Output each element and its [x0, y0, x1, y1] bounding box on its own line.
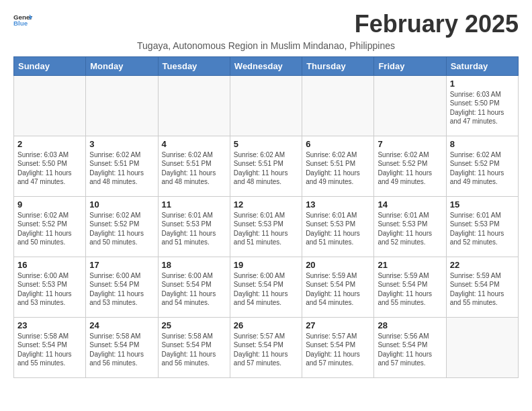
day-cell: 21Sunrise: 5:59 AM Sunset: 5:54 PM Dayli…	[374, 257, 446, 317]
day-number: 21	[378, 260, 442, 270]
day-number: 27	[306, 320, 370, 330]
day-info: Sunrise: 6:01 AM Sunset: 5:53 PM Dayligh…	[234, 211, 298, 247]
day-number: 6	[306, 139, 370, 149]
day-info: Sunrise: 6:01 AM Sunset: 5:53 PM Dayligh…	[306, 211, 370, 247]
subtitle: Tugaya, Autonomous Region in Muslim Mind…	[13, 40, 519, 51]
day-cell: 1Sunrise: 6:03 AM Sunset: 5:50 PM Daylig…	[446, 75, 518, 136]
header-saturday: Saturday	[446, 56, 518, 75]
day-info: Sunrise: 6:03 AM Sunset: 5:50 PM Dayligh…	[450, 90, 515, 126]
day-info: Sunrise: 5:58 AM Sunset: 5:54 PM Dayligh…	[89, 332, 154, 368]
day-cell: 18Sunrise: 6:00 AM Sunset: 5:54 PM Dayli…	[158, 257, 230, 317]
day-cell	[230, 75, 302, 136]
day-cell: 20Sunrise: 5:59 AM Sunset: 5:54 PM Dayli…	[302, 257, 374, 317]
day-cell: 11Sunrise: 6:01 AM Sunset: 5:53 PM Dayli…	[158, 196, 230, 257]
day-number: 5	[234, 139, 298, 149]
day-cell: 8Sunrise: 6:02 AM Sunset: 5:52 PM Daylig…	[446, 136, 518, 196]
day-number: 22	[450, 260, 515, 270]
day-cell: 4Sunrise: 6:02 AM Sunset: 5:51 PM Daylig…	[158, 136, 230, 196]
day-info: Sunrise: 5:57 AM Sunset: 5:54 PM Dayligh…	[234, 332, 298, 368]
day-info: Sunrise: 6:00 AM Sunset: 5:54 PM Dayligh…	[89, 271, 154, 308]
logo: General Blue	[13, 11, 32, 30]
day-number: 7	[378, 139, 442, 149]
day-cell: 14Sunrise: 6:01 AM Sunset: 5:53 PM Dayli…	[374, 196, 446, 257]
day-info: Sunrise: 6:00 AM Sunset: 5:53 PM Dayligh…	[17, 271, 82, 308]
day-info: Sunrise: 6:02 AM Sunset: 5:52 PM Dayligh…	[89, 211, 154, 247]
day-info: Sunrise: 6:00 AM Sunset: 5:54 PM Dayligh…	[162, 271, 226, 308]
day-number: 19	[234, 260, 298, 270]
day-cell: 9Sunrise: 6:02 AM Sunset: 5:52 PM Daylig…	[14, 196, 86, 257]
day-info: Sunrise: 6:02 AM Sunset: 5:52 PM Dayligh…	[378, 150, 442, 187]
page: General Blue February 2025 Tugaya, Auton…	[0, 0, 532, 385]
day-cell: 27Sunrise: 5:57 AM Sunset: 5:54 PM Dayli…	[302, 317, 374, 377]
day-number: 3	[89, 139, 154, 149]
day-cell: 17Sunrise: 6:00 AM Sunset: 5:54 PM Dayli…	[86, 257, 158, 317]
day-number: 14	[378, 199, 442, 210]
day-info: Sunrise: 6:03 AM Sunset: 5:50 PM Dayligh…	[17, 150, 82, 187]
day-cell: 16Sunrise: 6:00 AM Sunset: 5:53 PM Dayli…	[14, 257, 86, 317]
day-number: 4	[162, 139, 226, 149]
day-info: Sunrise: 6:01 AM Sunset: 5:53 PM Dayligh…	[162, 211, 226, 247]
day-info: Sunrise: 6:01 AM Sunset: 5:53 PM Dayligh…	[450, 211, 515, 247]
day-number: 24	[89, 320, 154, 330]
title-block: February 2025	[355, 11, 519, 38]
day-cell: 25Sunrise: 5:58 AM Sunset: 5:54 PM Dayli…	[158, 317, 230, 377]
day-info: Sunrise: 5:58 AM Sunset: 5:54 PM Dayligh…	[17, 332, 82, 368]
day-cell: 24Sunrise: 5:58 AM Sunset: 5:54 PM Dayli…	[86, 317, 158, 377]
svg-text:Blue: Blue	[13, 19, 28, 27]
month-year-title: February 2025	[355, 11, 519, 38]
calendar-table: Sunday Monday Tuesday Wednesday Thursday…	[13, 56, 519, 378]
day-cell	[158, 75, 230, 136]
day-number: 28	[378, 320, 442, 330]
header-friday: Friday	[374, 56, 446, 75]
header-tuesday: Tuesday	[158, 56, 230, 75]
day-info: Sunrise: 5:56 AM Sunset: 5:54 PM Dayligh…	[378, 332, 442, 368]
day-cell: 23Sunrise: 5:58 AM Sunset: 5:54 PM Dayli…	[14, 317, 86, 377]
day-info: Sunrise: 5:58 AM Sunset: 5:54 PM Dayligh…	[162, 332, 226, 368]
day-info: Sunrise: 5:59 AM Sunset: 5:54 PM Dayligh…	[378, 271, 442, 308]
day-cell	[86, 75, 158, 136]
header-wednesday: Wednesday	[230, 56, 302, 75]
day-number: 9	[17, 199, 82, 210]
day-number: 2	[17, 139, 82, 149]
header-thursday: Thursday	[302, 56, 374, 75]
day-number: 13	[306, 199, 370, 210]
day-info: Sunrise: 6:02 AM Sunset: 5:52 PM Dayligh…	[17, 211, 82, 247]
day-info: Sunrise: 6:02 AM Sunset: 5:51 PM Dayligh…	[306, 150, 370, 187]
calendar: Sunday Monday Tuesday Wednesday Thursday…	[13, 56, 519, 378]
day-cell: 2Sunrise: 6:03 AM Sunset: 5:50 PM Daylig…	[14, 136, 86, 196]
day-number: 23	[17, 320, 82, 330]
day-number: 15	[450, 199, 515, 210]
header-monday: Monday	[86, 56, 158, 75]
day-number: 16	[17, 260, 82, 270]
day-cell	[446, 317, 518, 377]
day-number: 18	[162, 260, 226, 270]
day-info: Sunrise: 6:02 AM Sunset: 5:51 PM Dayligh…	[89, 150, 154, 187]
day-cell: 13Sunrise: 6:01 AM Sunset: 5:53 PM Dayli…	[302, 196, 374, 257]
day-cell: 15Sunrise: 6:01 AM Sunset: 5:53 PM Dayli…	[446, 196, 518, 257]
day-number: 12	[234, 199, 298, 210]
day-number: 1	[450, 79, 515, 89]
logo-icon: General Blue	[13, 11, 32, 30]
day-cell: 26Sunrise: 5:57 AM Sunset: 5:54 PM Dayli…	[230, 317, 302, 377]
day-number: 25	[162, 320, 226, 330]
day-info: Sunrise: 5:59 AM Sunset: 5:54 PM Dayligh…	[306, 271, 370, 308]
day-cell: 12Sunrise: 6:01 AM Sunset: 5:53 PM Dayli…	[230, 196, 302, 257]
day-info: Sunrise: 6:01 AM Sunset: 5:53 PM Dayligh…	[378, 211, 442, 247]
day-cell: 6Sunrise: 6:02 AM Sunset: 5:51 PM Daylig…	[302, 136, 374, 196]
day-number: 20	[306, 260, 370, 270]
day-cell: 22Sunrise: 5:59 AM Sunset: 5:54 PM Dayli…	[446, 257, 518, 317]
day-cell: 3Sunrise: 6:02 AM Sunset: 5:51 PM Daylig…	[86, 136, 158, 196]
header: General Blue February 2025	[13, 11, 519, 38]
day-cell: 5Sunrise: 6:02 AM Sunset: 5:51 PM Daylig…	[230, 136, 302, 196]
day-info: Sunrise: 5:57 AM Sunset: 5:54 PM Dayligh…	[306, 332, 370, 368]
day-number: 26	[234, 320, 298, 330]
header-sunday: Sunday	[14, 56, 86, 75]
day-info: Sunrise: 6:02 AM Sunset: 5:52 PM Dayligh…	[450, 150, 515, 187]
day-number: 11	[162, 199, 226, 210]
day-cell: 28Sunrise: 5:56 AM Sunset: 5:54 PM Dayli…	[374, 317, 446, 377]
day-number: 17	[89, 260, 154, 270]
day-cell: 7Sunrise: 6:02 AM Sunset: 5:52 PM Daylig…	[374, 136, 446, 196]
day-info: Sunrise: 6:02 AM Sunset: 5:51 PM Dayligh…	[162, 150, 226, 187]
day-info: Sunrise: 6:02 AM Sunset: 5:51 PM Dayligh…	[234, 150, 298, 187]
day-cell: 10Sunrise: 6:02 AM Sunset: 5:52 PM Dayli…	[86, 196, 158, 257]
